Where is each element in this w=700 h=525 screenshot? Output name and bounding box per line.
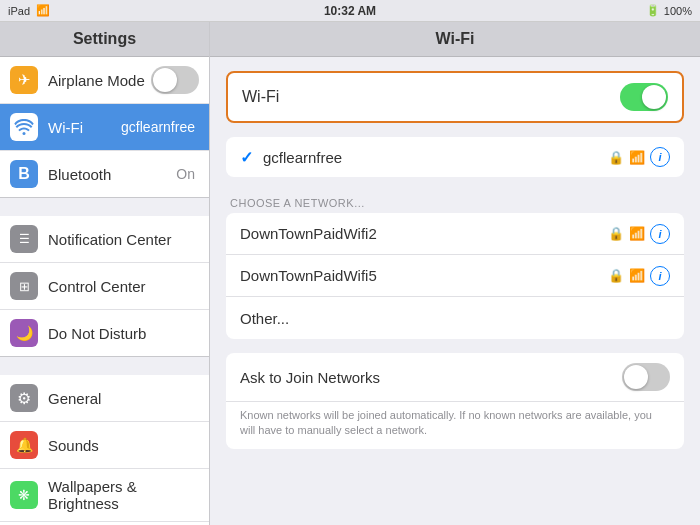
lock-icon-1: 🔒 xyxy=(608,226,624,241)
control-center-label: Control Center xyxy=(48,278,199,295)
sidebar-section-1: ✈ Airplane Mode Wi-Fi gcflearnfree xyxy=(0,57,209,198)
choose-network-label: CHOOSE A NETWORK... xyxy=(226,191,684,213)
connected-network-icons: 🔒 📶 i xyxy=(608,147,670,167)
airplane-toggle[interactable] xyxy=(151,66,199,94)
battery-label: 100% xyxy=(664,5,692,17)
network-name-other: Other... xyxy=(240,310,670,327)
connected-network-card: ✓ gcflearnfree 🔒 📶 i xyxy=(226,137,684,177)
network-row-2[interactable]: DownTownPaidWifi5 🔒 📶 i xyxy=(226,255,684,297)
wifi-icon xyxy=(10,113,38,141)
content-body: Wi-Fi ✓ gcflearnfree 🔒 📶 i xyxy=(210,57,700,471)
airplane-label: Airplane Mode xyxy=(48,72,151,89)
network-row-1[interactable]: DownTownPaidWifi2 🔒 📶 i xyxy=(226,213,684,255)
ask-to-join-knob xyxy=(624,365,648,389)
sidebar-item-sounds[interactable]: 🔔 Sounds xyxy=(0,422,209,469)
general-icon: ⚙ xyxy=(10,384,38,412)
sidebar-item-control-center[interactable]: ⊞ Control Center xyxy=(0,263,209,310)
info-button-2[interactable]: i xyxy=(650,266,670,286)
connected-info-button[interactable]: i xyxy=(650,147,670,167)
sidebar-item-wifi[interactable]: Wi-Fi gcflearnfree xyxy=(0,104,209,151)
status-bar: iPad 📶 10:32 AM 🔋 100% xyxy=(0,0,700,22)
ask-to-join-description: Known networks will be joined automatica… xyxy=(226,402,684,449)
airplane-icon: ✈ xyxy=(10,66,38,94)
sidebar-item-bluetooth[interactable]: B Bluetooth On xyxy=(0,151,209,197)
bluetooth-icon: B xyxy=(10,160,38,188)
sidebar-item-wallpapers[interactable]: ❋ Wallpapers & Brightness xyxy=(0,469,209,522)
wifi-label: Wi-Fi xyxy=(48,119,121,136)
ipad-label: iPad xyxy=(8,5,30,17)
main-layout: Settings ✈ Airplane Mode xyxy=(0,22,700,525)
status-time: 10:32 AM xyxy=(324,4,376,18)
status-left: iPad 📶 xyxy=(8,4,50,17)
airplane-toggle-knob xyxy=(153,68,177,92)
bluetooth-status-icon: 🔋 xyxy=(646,4,660,17)
bluetooth-value: On xyxy=(176,166,195,182)
sidebar-section-3: ⚙ General 🔔 Sounds ❋ Wallpapers & Bright… xyxy=(0,375,209,525)
do-not-disturb-label: Do Not Disturb xyxy=(48,325,199,342)
sidebar-item-general[interactable]: ⚙ General xyxy=(0,375,209,422)
connected-network-row[interactable]: ✓ gcflearnfree 🔒 📶 i xyxy=(226,137,684,177)
network-icons-1: 🔒 📶 i xyxy=(608,224,670,244)
content-title: Wi-Fi xyxy=(210,22,700,57)
wifi-toggle-label: Wi-Fi xyxy=(242,88,620,106)
control-center-icon: ⊞ xyxy=(10,272,38,300)
wifi-toggle-switch[interactable] xyxy=(620,83,668,111)
status-right: 🔋 100% xyxy=(646,4,692,17)
bluetooth-label: Bluetooth xyxy=(48,166,176,183)
network-name-1: DownTownPaidWifi2 xyxy=(240,225,608,242)
ask-to-join-row: Ask to Join Networks xyxy=(226,353,684,402)
network-icons-2: 🔒 📶 i xyxy=(608,266,670,286)
sidebar: Settings ✈ Airplane Mode xyxy=(0,22,210,525)
network-name-2: DownTownPaidWifi5 xyxy=(240,267,608,284)
wifi-signal-2: 📶 xyxy=(629,268,645,283)
notification-icon: ☰ xyxy=(10,225,38,253)
sidebar-gap-2 xyxy=(0,357,209,375)
wallpapers-icon: ❋ xyxy=(10,481,38,509)
sidebar-title: Settings xyxy=(0,22,209,57)
wallpapers-label: Wallpapers & Brightness xyxy=(48,478,199,512)
sounds-label: Sounds xyxy=(48,437,199,454)
sidebar-section-2: ☰ Notification Center ⊞ Control Center 🌙… xyxy=(0,216,209,357)
lock-icon-2: 🔒 xyxy=(608,268,624,283)
sidebar-item-airplane-mode[interactable]: ✈ Airplane Mode xyxy=(0,57,209,104)
ask-to-join-toggle[interactable] xyxy=(622,363,670,391)
connected-network-name: gcflearnfree xyxy=(263,149,608,166)
ask-to-join-label: Ask to Join Networks xyxy=(240,369,622,386)
network-list-card: DownTownPaidWifi2 🔒 📶 i DownTownPaidWifi… xyxy=(226,213,684,339)
sidebar-gap-1 xyxy=(0,198,209,216)
wifi-status-icon: 📶 xyxy=(36,4,50,17)
do-not-disturb-icon: 🌙 xyxy=(10,319,38,347)
ask-to-join-card: Ask to Join Networks Known networks will… xyxy=(226,353,684,449)
info-button-1[interactable]: i xyxy=(650,224,670,244)
wifi-toggle-card: Wi-Fi xyxy=(226,71,684,123)
wifi-toggle-knob xyxy=(642,85,666,109)
wifi-toggle-row: Wi-Fi xyxy=(228,73,682,121)
general-label: General xyxy=(48,390,199,407)
lock-icon: 🔒 xyxy=(608,150,624,165)
checkmark-icon: ✓ xyxy=(240,148,253,167)
sounds-icon: 🔔 xyxy=(10,431,38,459)
notification-label: Notification Center xyxy=(48,231,199,248)
content-area: Wi-Fi Wi-Fi ✓ gcflearnfree 🔒 xyxy=(210,22,700,525)
sidebar-item-notification-center[interactable]: ☰ Notification Center xyxy=(0,216,209,263)
sidebar-item-do-not-disturb[interactable]: 🌙 Do Not Disturb xyxy=(0,310,209,356)
wifi-signal-1: 📶 xyxy=(629,226,645,241)
network-row-other[interactable]: Other... xyxy=(226,297,684,339)
wifi-connected-value: gcflearnfree xyxy=(121,119,195,135)
wifi-signal-icon: 📶 xyxy=(629,150,645,165)
